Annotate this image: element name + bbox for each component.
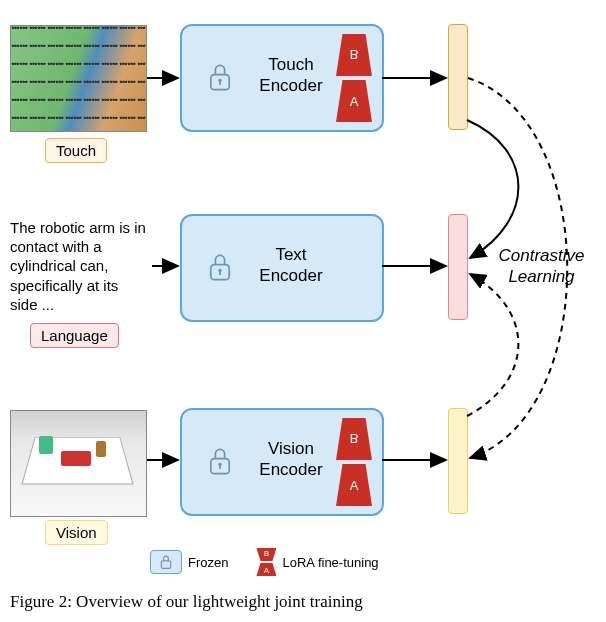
- legend-lora: BA LoRA fine-tuning: [256, 548, 378, 576]
- vision-lora: B A: [336, 418, 372, 506]
- touch-lora: B A: [336, 34, 372, 122]
- lora-a-icon: A: [336, 464, 372, 506]
- touch-encoder-box: TouchEncoder B A: [180, 24, 384, 132]
- vision-tag: Vision: [45, 520, 108, 545]
- text-embedding: [448, 214, 468, 320]
- diagram-canvas: Touch TouchEncoder B A The robotic arm i…: [0, 0, 606, 600]
- legend-frozen: Frozen: [150, 550, 228, 574]
- text-encoder-label: TextEncoder: [246, 244, 336, 287]
- lora-icon: BA: [256, 548, 276, 576]
- lock-icon: [206, 62, 234, 92]
- figure-caption: Figure 2: Overview of our lightweight jo…: [10, 592, 363, 612]
- touch-embedding: [448, 24, 468, 130]
- touch-encoder-label: TouchEncoder: [246, 54, 336, 97]
- text-encoder-box: TextEncoder: [180, 214, 384, 322]
- caption-prefix: Figure 2:: [10, 592, 72, 611]
- touch-tag: Touch: [45, 138, 107, 163]
- lock-icon: [206, 446, 234, 476]
- language-tag: Language: [30, 323, 119, 348]
- vision-encoder-label: VisionEncoder: [246, 438, 336, 481]
- vision-encoder-box: VisionEncoder B A: [180, 408, 384, 516]
- touch-input-image: [10, 25, 147, 132]
- lock-icon: [150, 550, 182, 574]
- vision-input-image: [10, 410, 147, 517]
- lora-a-icon: A: [336, 80, 372, 122]
- lock-icon: [206, 252, 234, 282]
- svg-rect-9: [161, 561, 170, 569]
- contrastive-learning-label: Contrastive Learning: [484, 245, 599, 288]
- caption-text: Overview of our lightweight joint traini…: [76, 592, 363, 611]
- lora-b-icon: B: [336, 418, 372, 460]
- legend: Frozen BA LoRA fine-tuning: [150, 548, 379, 576]
- legend-lora-label: LoRA fine-tuning: [282, 555, 378, 570]
- vision-embedding: [448, 408, 468, 514]
- legend-frozen-label: Frozen: [188, 555, 228, 570]
- lora-b-icon: B: [336, 34, 372, 76]
- language-input-text: The robotic arm is in contact with a cyl…: [10, 218, 150, 314]
